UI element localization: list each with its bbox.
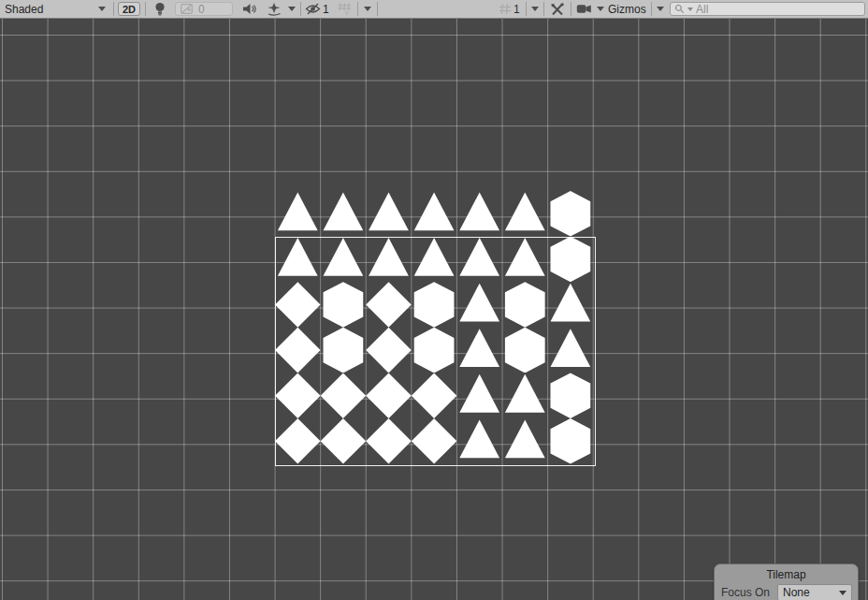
tile-cell[interactable]	[366, 191, 412, 237]
triangle-tile	[456, 237, 502, 283]
tile-cell[interactable]	[366, 237, 412, 283]
triangle-tile	[456, 282, 502, 328]
tile-cell[interactable]	[366, 282, 412, 328]
tile-cell[interactable]	[275, 282, 321, 328]
tile-cell[interactable]	[366, 418, 412, 464]
scene-visibility-toggle[interactable]: 1	[305, 0, 333, 18]
triangle-tile	[275, 191, 321, 237]
grid-visibility-value: 1	[514, 3, 520, 16]
tile-cell[interactable]	[321, 373, 367, 418]
focus-on-dropdown[interactable]: None	[777, 584, 852, 600]
audio-toggle[interactable]	[239, 0, 261, 18]
search-input[interactable]	[696, 3, 861, 16]
tile-cell[interactable]	[456, 373, 502, 418]
tile-cell[interactable]	[366, 328, 412, 373]
tile-cell[interactable]	[456, 191, 502, 237]
triangle-tile	[275, 237, 321, 283]
tile-cell[interactable]	[321, 282, 367, 328]
tile-cell[interactable]	[548, 282, 594, 328]
chevron-down-icon	[597, 7, 604, 11]
tile-cell[interactable]	[548, 237, 594, 283]
tile-cell[interactable]	[502, 282, 548, 328]
hexagon-tile	[502, 328, 548, 373]
tile-cell[interactable]	[275, 191, 321, 237]
tile-cell[interactable]	[502, 237, 548, 283]
tile-cell[interactable]	[321, 418, 367, 464]
effects-toggle[interactable]	[265, 0, 283, 18]
tile-cell[interactable]	[366, 373, 412, 418]
tile-cell[interactable]	[548, 373, 594, 418]
scene-lighting-toggle[interactable]	[150, 0, 170, 18]
gizmos-dropdown-arrow[interactable]	[653, 0, 668, 18]
camera-dropdown[interactable]	[594, 0, 607, 18]
triangle-tile	[502, 237, 548, 283]
toolbar-separator	[113, 2, 114, 16]
snap-settings-dropdown[interactable]	[360, 0, 375, 18]
tile-cell[interactable]	[412, 418, 457, 464]
2d-view-toggle[interactable]: 2D	[118, 2, 140, 16]
camera-settings-button[interactable]	[573, 0, 594, 18]
triangle-tile	[548, 282, 594, 328]
diamond-tile	[321, 373, 367, 418]
effects-star-icon	[267, 3, 282, 16]
toolbar-separator	[145, 2, 146, 16]
component-tools-button[interactable]	[546, 0, 569, 18]
diamond-tile	[366, 418, 412, 464]
hexagon-tile	[321, 282, 367, 328]
grid-visibility-icon	[499, 3, 512, 15]
tile-cell[interactable]	[456, 418, 502, 464]
triangle-tile	[456, 191, 502, 237]
tile-cell[interactable]	[412, 237, 457, 283]
tile-cell[interactable]	[275, 418, 321, 464]
exposure-value: 0	[198, 3, 205, 16]
scene-view[interactable]: Tilemap Focus On None	[0, 19, 868, 600]
camera-icon	[576, 4, 592, 14]
tile-cell[interactable]	[456, 328, 502, 373]
effects-dropdown[interactable]	[285, 0, 298, 18]
tile-cell[interactable]	[321, 328, 367, 373]
hexagon-tile	[548, 418, 594, 464]
tile-cell[interactable]	[275, 237, 321, 283]
tile-cell[interactable]	[502, 418, 548, 464]
shading-mode-dropdown[interactable]: Shaded	[0, 0, 112, 18]
tile-cell[interactable]	[502, 328, 548, 373]
diamond-tile	[412, 418, 457, 464]
tile-cell[interactable]	[321, 237, 367, 283]
triangle-tile	[502, 373, 548, 418]
tile-cell[interactable]	[412, 191, 457, 237]
lightbulb-icon	[154, 2, 166, 16]
gizmos-dropdown[interactable]: Gizmos	[608, 0, 649, 18]
tile-cell[interactable]	[548, 191, 594, 237]
diamond-tile	[412, 373, 457, 418]
tile-cell[interactable]	[321, 191, 367, 237]
focus-on-value: None	[783, 586, 810, 599]
triangle-tile	[412, 237, 457, 283]
tile-cell[interactable]	[275, 328, 321, 373]
tile-cell[interactable]	[412, 373, 457, 418]
chevron-down-icon	[657, 7, 664, 11]
grid-settings-dropdown[interactable]	[528, 0, 542, 18]
chevron-down-icon	[839, 591, 846, 595]
hexagon-tile	[548, 373, 594, 418]
tile-cell[interactable]	[502, 191, 548, 237]
triangle-tile	[456, 328, 502, 373]
toolbar-separator	[571, 2, 571, 16]
diamond-tile	[321, 418, 367, 464]
hexagon-tile	[321, 328, 367, 373]
tile-cell[interactable]	[502, 373, 548, 418]
triangle-tile	[366, 191, 412, 237]
tile-cell[interactable]	[412, 328, 457, 373]
scene-search-field[interactable]	[670, 2, 865, 16]
tile-cell[interactable]	[456, 237, 502, 283]
focus-on-label: Focus On	[721, 586, 770, 599]
tile-cell[interactable]	[548, 328, 594, 373]
tile-cell[interactable]	[548, 418, 594, 464]
tile-cell[interactable]	[456, 282, 502, 328]
tile-cell[interactable]	[412, 282, 457, 328]
chevron-down-icon	[531, 7, 539, 11]
tile-cell[interactable]	[275, 373, 321, 418]
hidden-objects-count: 1	[323, 3, 329, 16]
hexagon-tile	[548, 237, 594, 283]
panel-title: Tilemap	[715, 568, 858, 581]
grid-visibility-control[interactable]: 1	[499, 0, 525, 18]
